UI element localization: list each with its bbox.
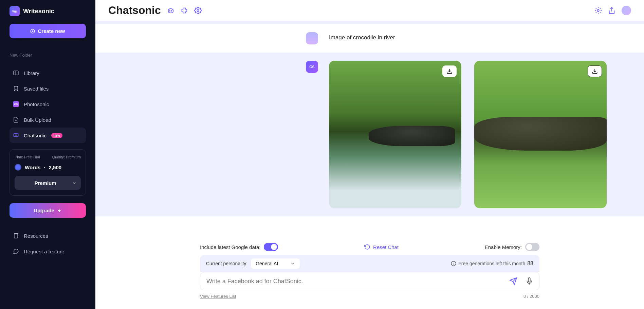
prompt-input[interactable] <box>206 278 509 285</box>
page-title: Chatsonic <box>108 4 161 17</box>
reset-label: Reset Chat <box>373 244 399 250</box>
google-toggle-group: Include latest Google data: <box>200 243 278 251</box>
doc-icon <box>13 233 19 239</box>
new-folder-label[interactable]: New Folder <box>10 53 86 58</box>
sidebar-item-photosonic[interactable]: PS Photosonic <box>10 96 86 112</box>
bookmark-icon <box>13 85 19 92</box>
new-badge: new <box>51 133 62 138</box>
user-avatar-icon <box>306 32 318 44</box>
svg-point-9 <box>17 135 17 136</box>
input-footer: View Features List 0 / 2000 <box>200 294 539 299</box>
memory-toggle-label: Enable Memory: <box>485 244 522 250</box>
topbar-right <box>594 6 631 15</box>
photosonic-icon: PS <box>13 101 19 107</box>
extension-icon[interactable] <box>181 7 188 14</box>
input-panel: Include latest Google data: Reset Chat E… <box>95 237 644 309</box>
prompt-bar <box>200 272 539 290</box>
words-icon <box>15 164 21 171</box>
sidebar-item-label: Photosonic <box>24 101 49 107</box>
chat-icon <box>13 132 19 138</box>
char-counter: 0 / 2000 <box>523 294 539 299</box>
sidebar-item-resources[interactable]: Resources <box>10 228 86 244</box>
send-button[interactable] <box>509 277 517 285</box>
personality-bar: Current personality: General AI Free gen… <box>200 255 539 272</box>
plan-box: Plan: Free Trial Quality: Premium Words … <box>10 149 86 196</box>
plan-label: Plan: Free Trial <box>15 155 40 159</box>
image-content <box>474 117 607 151</box>
main: Chatsonic Image of crocodile in river CS <box>95 0 644 309</box>
message-icon <box>13 248 19 254</box>
personality-select[interactable]: General AI <box>251 258 300 269</box>
memory-toggle[interactable] <box>525 243 539 251</box>
user-message: Image of crocodile in river <box>329 32 395 44</box>
toggles-row: Include latest Google data: Reset Chat E… <box>200 243 539 251</box>
top-title-icons <box>167 7 202 14</box>
quality-label: Quality: Premium <box>52 155 81 159</box>
library-icon <box>13 70 19 76</box>
sidebar-item-library[interactable]: Library <box>10 65 86 81</box>
chat-row-bot: CS <box>95 53 644 216</box>
logo-icon: ws <box>10 6 20 16</box>
prev-response-edge <box>95 21 644 24</box>
brand-row: ws Writesonic <box>10 6 86 16</box>
generated-image-1[interactable] <box>329 61 461 208</box>
svg-point-14 <box>597 9 599 12</box>
sidebar-item-request-feature[interactable]: Request a feature <box>10 244 86 259</box>
plus-icon <box>30 29 35 34</box>
chevron-down-icon <box>72 181 77 186</box>
generated-image-2[interactable] <box>474 61 607 208</box>
discord-icon[interactable] <box>167 7 174 14</box>
topbar: Chatsonic <box>95 0 644 21</box>
upgrade-label: Upgrade <box>34 208 54 213</box>
words-row: Words · 2,500 <box>15 164 81 171</box>
sidebar: ws Writesonic Create new New Folder Libr… <box>0 0 95 309</box>
upload-icon <box>13 117 19 123</box>
premium-label: Premium <box>19 180 72 186</box>
sidebar-item-label: Chatsonic <box>24 133 47 138</box>
image-content <box>369 126 455 146</box>
svg-point-11 <box>169 11 170 11</box>
svg-point-13 <box>197 9 199 12</box>
user-avatar[interactable] <box>622 6 631 15</box>
share-icon[interactable] <box>608 7 615 14</box>
brand-name: Writesonic <box>23 8 54 15</box>
words-label: Words <box>25 165 40 170</box>
svg-rect-10 <box>14 233 18 238</box>
chat-row-user: Image of crocodile in river <box>95 24 644 53</box>
sidebar-item-label: Bulk Upload <box>24 117 51 123</box>
download-button[interactable] <box>588 65 602 77</box>
svg-rect-3 <box>14 71 18 75</box>
info-icon <box>451 261 456 266</box>
image-results <box>329 61 607 208</box>
chat-area: Image of crocodile in river CS <box>95 21 644 237</box>
upgrade-button[interactable]: Upgrade <box>10 203 86 218</box>
download-button[interactable] <box>442 65 457 77</box>
personality-value: General AI <box>256 261 278 266</box>
sidebar-item-chatsonic[interactable]: Chatsonic new <box>10 128 86 143</box>
sidebar-item-bulk-upload[interactable]: Bulk Upload <box>10 112 86 128</box>
words-value: 2,500 <box>49 165 62 170</box>
svg-point-12 <box>171 11 172 11</box>
features-link[interactable]: View Features List <box>200 294 236 299</box>
generations-left: Free generations left this month 88 <box>451 260 533 267</box>
svg-rect-7 <box>14 134 18 137</box>
reset-chat-button[interactable]: Reset Chat <box>364 244 399 250</box>
google-toggle[interactable] <box>264 243 278 251</box>
gear-icon[interactable] <box>194 7 202 14</box>
chevron-down-icon <box>290 261 295 266</box>
svg-point-8 <box>15 135 16 136</box>
create-new-button[interactable]: Create new <box>10 24 86 38</box>
sidebar-item-label: Resources <box>24 233 48 239</box>
bottom-nav: Resources Request a feature <box>10 228 86 259</box>
sidebar-item-label: Library <box>24 70 39 76</box>
sidebar-item-label: Request a feature <box>24 249 64 254</box>
mic-button[interactable] <box>526 277 533 285</box>
google-toggle-label: Include latest Google data: <box>200 244 260 250</box>
create-new-label: Create new <box>38 28 65 34</box>
reset-icon <box>364 244 370 250</box>
premium-dropdown[interactable]: Premium <box>15 176 81 190</box>
sidebar-item-saved[interactable]: Saved files <box>10 81 86 96</box>
generations-left-value: 88 <box>527 260 533 267</box>
plan-meta: Plan: Free Trial Quality: Premium <box>15 155 81 159</box>
settings-icon[interactable] <box>594 7 602 14</box>
